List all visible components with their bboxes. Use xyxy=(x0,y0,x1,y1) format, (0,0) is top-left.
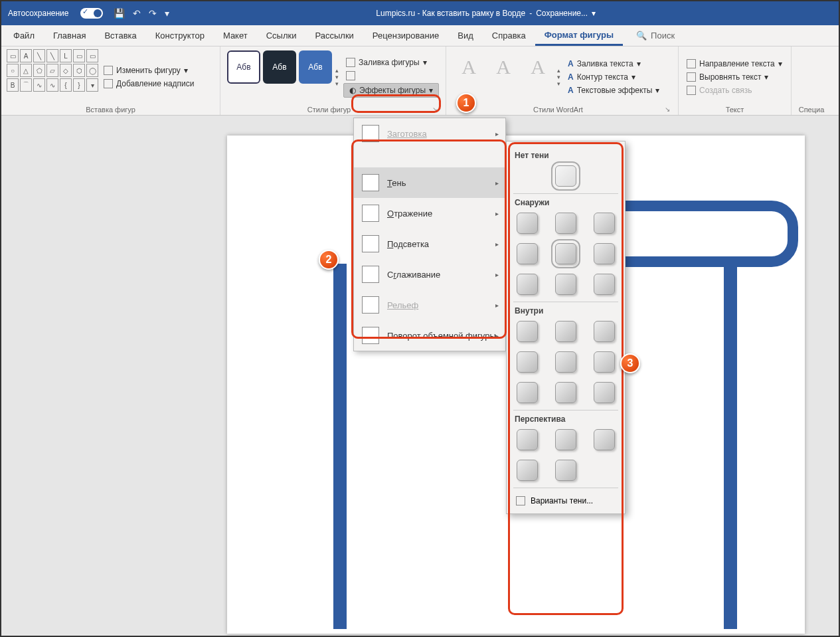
inner-label: Внутри xyxy=(515,306,618,316)
group-wordart-styles: A A A ▴▾▾ AЗаливка текста▾ AКонтур текст… xyxy=(446,46,679,115)
redo-icon[interactable]: ↷ xyxy=(149,8,157,19)
gallery-more-icon[interactable]: ▾ xyxy=(335,80,339,87)
shadow-persp-4[interactable] xyxy=(517,460,538,481)
text-effects-button[interactable]: AТекстовые эффекты▾ xyxy=(565,84,662,96)
shadow-outer-3[interactable] xyxy=(594,213,615,234)
ribbon-tabs: Файл Главная Вставка Конструктор Макет С… xyxy=(1,25,839,46)
shadow-options[interactable]: Варианты тени... xyxy=(513,491,618,511)
shape-outline-button[interactable]: Контур фигуры xyxy=(343,70,439,82)
textbox-icon xyxy=(104,79,113,88)
text-effects-icon: A xyxy=(568,86,574,95)
qat-more-icon[interactable]: ▾ xyxy=(165,8,169,19)
shadow-inner-4[interactable] xyxy=(517,351,538,373)
shadow-outer-5[interactable] xyxy=(555,243,576,264)
wordart-style-3[interactable]: A xyxy=(522,50,554,84)
shadow-gallery: Нет тени Снаружи Внутри Перспектива Вари… xyxy=(506,141,626,514)
tab-help[interactable]: Справка xyxy=(483,27,535,45)
title-bar: Автосохранение 💾 ↶ ↷ ▾ Lumpics.ru - Как … xyxy=(1,1,839,25)
shape-fill-button[interactable]: Заливка фигуры▾ xyxy=(343,56,439,68)
tab-references[interactable]: Ссылки xyxy=(257,27,306,45)
shadow-outer-2[interactable] xyxy=(555,213,576,234)
shadow-outer-9[interactable] xyxy=(594,274,615,295)
group-shape-styles: Абв Абв Абв ▴▾▾ Заливка фигуры▾ Контур ф… xyxy=(220,46,446,115)
shape-style-3[interactable]: Абв xyxy=(299,50,332,84)
align-text-icon xyxy=(687,72,696,82)
wordart-style-2[interactable]: A xyxy=(487,50,519,84)
group-text: Направление текста▾ Выровнять текст▾ Соз… xyxy=(679,46,792,115)
gallery-down-icon[interactable]: ▾ xyxy=(335,74,339,80)
tab-view[interactable]: Вид xyxy=(448,27,483,45)
shadow-inner-3[interactable] xyxy=(594,321,615,342)
fill-icon xyxy=(346,58,355,67)
add-textbox-button[interactable]: Добавление надписи xyxy=(101,78,197,90)
shadow-persp-2[interactable] xyxy=(555,429,576,450)
text-direction-button[interactable]: Направление текста▾ xyxy=(684,58,785,70)
create-link-button: Создать связь xyxy=(684,84,785,96)
chevron-down-icon: ▾ xyxy=(429,86,433,95)
quick-access-toolbar: 💾 ↶ ↷ ▾ xyxy=(114,8,169,19)
autosave-label: Автосохранение xyxy=(8,9,68,18)
shadow-inner-5[interactable] xyxy=(555,351,576,373)
effects-soft-edges[interactable]: Сглаживание▸ xyxy=(354,259,505,290)
shadow-persp-5[interactable] xyxy=(555,460,576,481)
tab-mailings[interactable]: Рассылки xyxy=(305,27,363,45)
shadow-outer-1[interactable] xyxy=(517,213,538,234)
marker-3: 3 xyxy=(620,353,640,373)
gallery-up-icon[interactable]: ▴ xyxy=(335,67,339,74)
text-fill-icon: A xyxy=(568,59,574,68)
autosave-toggle[interactable] xyxy=(80,8,103,19)
tab-review[interactable]: Рецензирование xyxy=(363,27,448,45)
outer-label: Снаружи xyxy=(515,198,618,207)
shadow-inner-2[interactable] xyxy=(555,321,576,342)
shadow-inner-6[interactable] xyxy=(594,351,615,373)
document-title: Lumpics.ru - Как вставить рамку в Ворде … xyxy=(376,9,596,18)
wordart-launcher[interactable]: ↘ xyxy=(665,106,673,113)
ribbon: ▭A╲╲L▭▭ ○△⬠▱◇⬡◯ B⌒∿∿{}▾ Изменить фигуру▾… xyxy=(1,46,839,116)
tab-insert[interactable]: Вставка xyxy=(95,27,145,45)
shape-effects-button[interactable]: ◐Эффекты фигуры▾ xyxy=(343,83,439,98)
tab-shape-format[interactable]: Формат фигуры xyxy=(535,26,623,46)
shape-effects-menu: Заготовка▸ Тень▸ Отражение▸ Подсветка▸ С… xyxy=(353,118,506,351)
shadow-inner-7[interactable] xyxy=(517,382,538,403)
tab-design[interactable]: Конструктор xyxy=(146,27,214,45)
text-outline-button[interactable]: AКонтур текста▾ xyxy=(565,71,662,83)
wordart-style-1[interactable]: A xyxy=(453,50,485,84)
marker-2: 2 xyxy=(319,250,339,270)
shapes-gallery[interactable]: ▭A╲╲L▭▭ ○△⬠▱◇⬡◯ B⌒∿∿{}▾ xyxy=(7,49,98,104)
text-direction-icon xyxy=(687,59,696,68)
text-fill-button[interactable]: AЗаливка текста▾ xyxy=(565,58,662,70)
effects-preset[interactable]: Заготовка▸ xyxy=(354,118,505,149)
save-icon[interactable]: 💾 xyxy=(114,8,125,19)
title-dropdown-icon[interactable]: ▾ xyxy=(592,9,596,18)
effects-reflection[interactable]: Отражение▸ xyxy=(354,198,505,228)
shape-style-1[interactable]: Абв xyxy=(227,50,260,84)
shadow-inner-8[interactable] xyxy=(555,382,576,403)
effects-icon: ◐ xyxy=(349,86,356,95)
tab-home[interactable]: Главная xyxy=(44,27,95,45)
search-icon: 🔍 xyxy=(636,31,647,41)
shadow-persp-3[interactable] xyxy=(594,429,615,450)
effects-shadow[interactable]: Тень▸ xyxy=(354,167,505,198)
shadow-none[interactable] xyxy=(555,165,576,187)
tab-layout[interactable]: Макет xyxy=(214,27,257,45)
shadow-persp-1[interactable] xyxy=(517,429,538,450)
undo-icon[interactable]: ↶ xyxy=(133,8,141,19)
shadow-outer-4[interactable] xyxy=(517,243,538,264)
shape-styles-launcher[interactable]: ↘ xyxy=(432,106,440,113)
shadow-inner-1[interactable] xyxy=(517,321,538,342)
effects-3d-rotation[interactable]: Поворот объемной фигуры▸ xyxy=(354,320,505,351)
edit-shape-button[interactable]: Изменить фигуру▾ xyxy=(101,64,197,76)
edit-shape-icon xyxy=(104,66,113,75)
shadow-inner-9[interactable] xyxy=(594,382,615,403)
search-box[interactable]: 🔍 Поиск xyxy=(636,31,675,41)
effects-glow[interactable]: Подсветка▸ xyxy=(354,228,505,259)
shadow-outer-8[interactable] xyxy=(555,274,576,295)
text-outline-icon: A xyxy=(568,72,574,82)
shadow-outer-7[interactable] xyxy=(517,274,538,295)
shape-style-2[interactable]: Абв xyxy=(263,50,296,84)
effects-bevel[interactable]: Рельеф▸ xyxy=(354,290,505,320)
shadow-outer-6[interactable] xyxy=(594,243,615,264)
group-insert-shapes: ▭A╲╲L▭▭ ○△⬠▱◇⬡◯ B⌒∿∿{}▾ Изменить фигуру▾… xyxy=(1,46,220,115)
align-text-button[interactable]: Выровнять текст▾ xyxy=(684,71,785,83)
tab-file[interactable]: Файл xyxy=(4,27,44,45)
